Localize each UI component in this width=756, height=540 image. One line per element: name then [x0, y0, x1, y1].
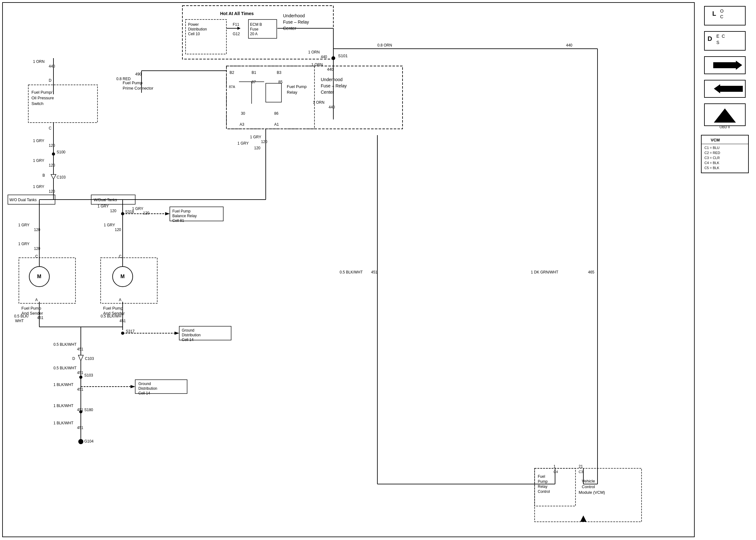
svg-text:D: D: [72, 356, 75, 361]
svg-text:0.5 BLK/WHT: 0.5 BLK/WHT: [340, 270, 363, 274]
svg-text:1 GRY: 1 GRY: [250, 135, 261, 139]
svg-text:Fuel Pump: Fuel Pump: [103, 306, 123, 311]
svg-text:86: 86: [274, 111, 279, 116]
svg-text:Balance Relay: Balance Relay: [172, 214, 197, 218]
svg-text:Center: Center: [321, 89, 334, 95]
svg-text:Fuse – Relay: Fuse – Relay: [283, 20, 309, 25]
svg-text:120: 120: [261, 140, 267, 144]
svg-text:120: 120: [110, 209, 116, 213]
svg-text:1: 1: [553, 464, 556, 469]
svg-text:1 GRY: 1 GRY: [33, 139, 44, 143]
svg-text:1 DK GRN/WHT: 1 DK GRN/WHT: [531, 270, 558, 274]
svg-text:L: L: [712, 10, 716, 17]
svg-text:120: 120: [115, 227, 121, 232]
svg-text:20 A: 20 A: [250, 32, 257, 36]
svg-text:W/O Dual Tanks: W/O Dual Tanks: [9, 198, 37, 202]
svg-text:1 GRY: 1 GRY: [237, 141, 249, 146]
svg-text:Vehicle: Vehicle: [582, 479, 595, 483]
svg-text:1 ORN: 1 ORN: [308, 50, 320, 55]
svg-text:D: D: [49, 78, 52, 83]
hot-at-all-times-label: Hot At All Times: [220, 11, 254, 16]
svg-text:G104: G104: [84, 439, 94, 444]
svg-text:1 GRY: 1 GRY: [97, 204, 109, 208]
svg-text:451: 451: [37, 316, 43, 320]
svg-text:C: C: [49, 126, 52, 130]
svg-text:Fuel Pump/: Fuel Pump/: [32, 90, 53, 95]
svg-text:440: 440: [49, 64, 55, 68]
svg-text:1 BLK/WHT: 1 BLK/WHT: [54, 421, 74, 425]
svg-text:B2: B2: [229, 70, 234, 75]
svg-text:1 ORN: 1 ORN: [33, 60, 45, 64]
svg-text:S317: S317: [126, 329, 135, 334]
svg-text:1 GRY: 1 GRY: [33, 158, 44, 163]
svg-text:C: C: [720, 14, 723, 19]
svg-text:A: A: [35, 298, 38, 302]
svg-text:B1: B1: [251, 70, 256, 75]
svg-text:440: 440: [321, 55, 327, 59]
svg-text:S103: S103: [84, 373, 93, 377]
svg-text:85: 85: [278, 80, 283, 84]
svg-text:451: 451: [77, 408, 83, 412]
svg-text:ECM B: ECM B: [250, 22, 262, 27]
svg-text:120: 120: [34, 227, 40, 232]
g104-symbol: [78, 439, 83, 444]
svg-text:C5 = BLK: C5 = BLK: [704, 166, 719, 170]
svg-text:B: B: [43, 173, 45, 178]
svg-text:Cell 14: Cell 14: [182, 338, 194, 342]
svg-text:Control: Control: [538, 489, 550, 494]
svg-text:D: D: [707, 35, 712, 42]
svg-text:Cell 10: Cell 10: [188, 32, 200, 36]
svg-text:490: 490: [135, 72, 141, 76]
svg-text:440: 440: [329, 105, 335, 109]
svg-text:Cell 14: Cell 14: [138, 391, 150, 395]
svg-text:Distribution: Distribution: [138, 386, 157, 391]
svg-text:OBD II: OBD II: [719, 125, 730, 129]
svg-text:Fuse – Relay: Fuse – Relay: [321, 83, 347, 88]
svg-text:0.8 ORN: 0.8 ORN: [378, 43, 392, 48]
svg-text:440: 440: [566, 43, 572, 48]
svg-text:Fuse: Fuse: [250, 27, 258, 32]
svg-text:E: E: [716, 34, 719, 39]
svg-text:Distribution: Distribution: [182, 333, 201, 337]
svg-text:VCM: VCM: [711, 138, 720, 142]
svg-text:87: 87: [251, 80, 256, 84]
svg-text:G12: G12: [233, 32, 240, 36]
svg-text:Module (VCM): Module (VCM): [579, 490, 605, 495]
svg-text:21: 21: [579, 464, 583, 469]
svg-text:Fuel Pump: Fuel Pump: [21, 306, 41, 311]
svg-text:Distribution: Distribution: [188, 27, 207, 32]
svg-text:1 ORN: 1 ORN: [313, 100, 325, 105]
svg-text:1 BLK/WHT: 1 BLK/WHT: [54, 404, 74, 408]
svg-text:1 GRY: 1 GRY: [33, 185, 44, 189]
svg-text:C3 = CLR: C3 = CLR: [704, 156, 720, 160]
svg-text:120: 120: [49, 189, 55, 194]
svg-text:WHT: WHT: [15, 319, 24, 323]
svg-text:30: 30: [241, 111, 245, 116]
svg-text:1 GRY: 1 GRY: [104, 223, 115, 227]
svg-text:S180: S180: [84, 408, 93, 412]
svg-text:465: 465: [588, 270, 594, 274]
svg-text:C3: C3: [579, 470, 583, 474]
svg-text:A1: A1: [274, 122, 279, 127]
svg-text:451: 451: [77, 347, 83, 351]
svg-text:C: C: [119, 254, 122, 259]
svg-text:1 GRY: 1 GRY: [18, 223, 30, 227]
svg-text:Oil Pressure: Oil Pressure: [32, 95, 54, 100]
svg-text:C1 = BLU: C1 = BLU: [704, 146, 719, 150]
svg-text:120: 120: [143, 211, 149, 215]
svg-text:1 GRY: 1 GRY: [18, 242, 30, 246]
svg-text:1 BLK/WHT: 1 BLK/WHT: [54, 382, 74, 387]
svg-text:0.8 RED: 0.8 RED: [116, 77, 131, 81]
svg-text:Fuel Pump: Fuel Pump: [123, 80, 142, 85]
svg-text:1 GRY: 1 GRY: [132, 206, 143, 211]
svg-text:Cell 81: Cell 81: [172, 218, 184, 223]
svg-text:C4 = BLK: C4 = BLK: [704, 161, 719, 165]
diagram-container: Hot At All Times Power Distribution Cell…: [0, 0, 756, 540]
svg-text:Ground: Ground: [138, 382, 151, 386]
svg-text:Underhood: Underhood: [321, 77, 343, 82]
svg-text:Control: Control: [582, 484, 595, 489]
svg-text:87A: 87A: [229, 85, 235, 89]
svg-text:C: C: [722, 34, 725, 39]
svg-text:Fuel: Fuel: [538, 474, 545, 479]
svg-text:M: M: [37, 274, 41, 279]
